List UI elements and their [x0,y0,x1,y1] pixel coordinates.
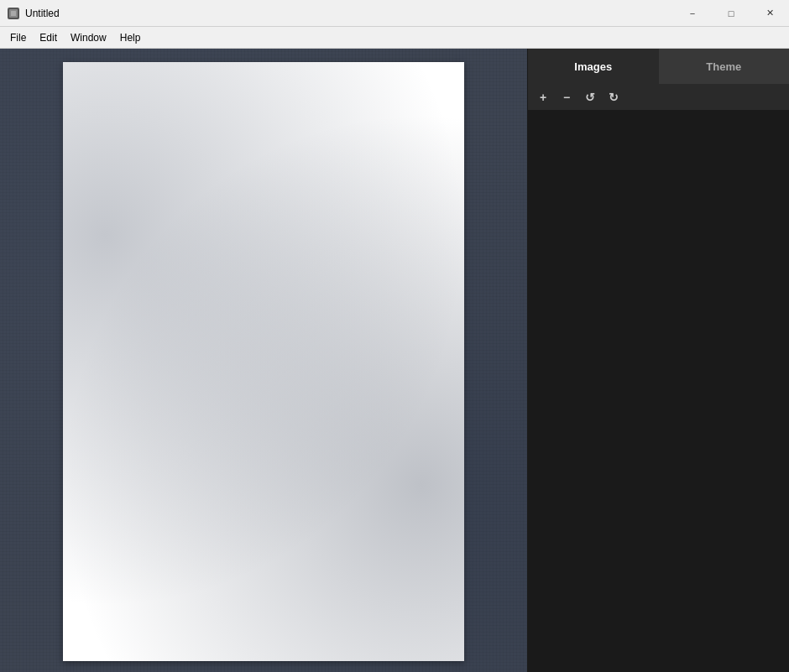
document-page [63,62,464,661]
window-title: Untitled [25,8,60,19]
add-button[interactable]: + [535,89,551,106]
tab-theme[interactable]: Theme [659,49,790,84]
menu-window[interactable]: Window [64,30,113,45]
panel-tabs: Images Theme [528,49,789,84]
menu-bar: File Edit Window Help [0,27,789,49]
remove-button[interactable]: − [558,89,575,106]
canvas-area[interactable] [0,49,527,672]
menu-help[interactable]: Help [113,30,148,45]
close-button[interactable]: ✕ [750,0,789,27]
title-left: Untitled [7,7,60,20]
svg-rect-2 [11,11,16,16]
panel-content [528,111,789,672]
maximize-button[interactable]: □ [712,0,750,27]
main-content: Images Theme + − ↺ ↻ [0,49,789,672]
menu-edit[interactable]: Edit [33,30,64,45]
right-panel: Images Theme + − ↺ ↻ [527,49,789,672]
title-bar: Untitled − □ ✕ [0,0,789,27]
tab-images[interactable]: Images [528,49,659,84]
undo-button[interactable]: ↺ [582,89,598,106]
menu-file[interactable]: File [3,30,33,45]
app-icon [7,7,20,20]
minimize-button[interactable]: − [673,0,712,27]
panel-toolbar: + − ↺ ↻ [528,84,789,111]
redo-button[interactable]: ↻ [605,89,622,106]
window-controls: − □ ✕ [673,0,789,27]
